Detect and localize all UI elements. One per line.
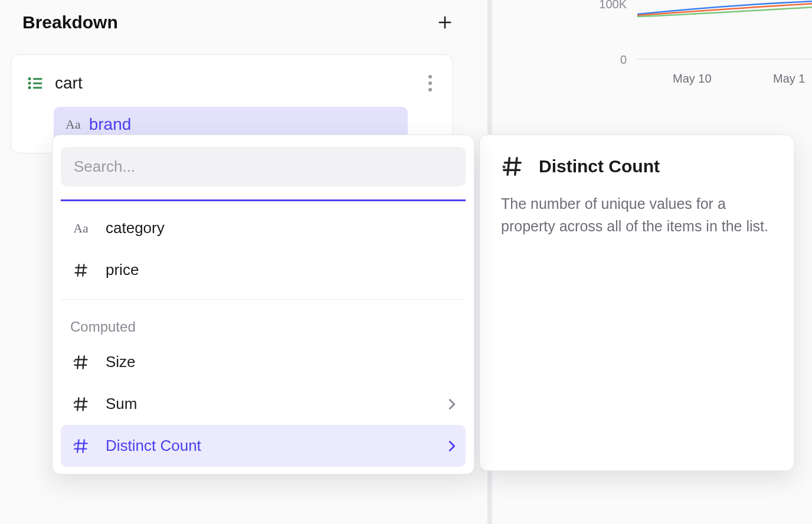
chevron-right-icon xyxy=(448,398,456,410)
property-dropdown: Aa category price Computed Size Sum xyxy=(52,135,474,474)
computed-option-label: Size xyxy=(106,353,456,371)
search-input[interactable] xyxy=(61,147,466,186)
chevron-right-icon xyxy=(448,440,456,452)
computed-section-label: Computed xyxy=(61,308,466,341)
computed-option-label: Distinct Count xyxy=(106,437,434,455)
property-option-label: price xyxy=(106,261,456,279)
breakdown-kebab-menu[interactable] xyxy=(423,70,437,96)
svg-point-4 xyxy=(28,86,31,89)
breakdown-field-name: cart xyxy=(55,74,412,93)
breakdown-field-row[interactable]: cart xyxy=(24,66,440,101)
accent-divider xyxy=(61,199,466,201)
breakdown-header: Breakdown xyxy=(22,12,459,33)
tooltip-description: The number of unique values for a proper… xyxy=(501,193,772,237)
x-tick-label: May 1 xyxy=(773,72,805,86)
computed-option-size[interactable]: Size xyxy=(61,341,466,383)
hash-star-icon xyxy=(70,354,91,371)
computed-option-label: Sum xyxy=(106,395,434,413)
tooltip-panel: Distinct Count The number of unique valu… xyxy=(479,135,794,471)
svg-rect-1 xyxy=(33,78,42,80)
property-option-category[interactable]: Aa category xyxy=(61,207,466,249)
text-type-icon: Aa xyxy=(73,221,89,236)
hash-star-icon xyxy=(501,155,523,178)
svg-rect-5 xyxy=(33,87,42,89)
svg-point-0 xyxy=(28,77,31,80)
list-icon xyxy=(27,74,44,92)
computed-option-sum[interactable]: Sum xyxy=(61,383,466,425)
hash-star-icon xyxy=(70,438,91,454)
hash-star-icon xyxy=(70,396,91,412)
number-type-icon xyxy=(70,263,91,278)
property-option-price[interactable]: price xyxy=(61,249,466,291)
computed-option-distinct-count[interactable]: Distinct Count xyxy=(61,425,466,467)
y-tick-label: 100K xyxy=(591,0,627,11)
property-option-label: category xyxy=(106,219,456,237)
chart-preview: 100K 0 May 10 May 1 xyxy=(590,0,812,92)
plus-icon xyxy=(437,14,453,31)
svg-point-2 xyxy=(28,82,31,85)
add-breakdown-button[interactable] xyxy=(431,12,459,33)
section-divider xyxy=(61,299,466,300)
breakdown-title: Breakdown xyxy=(22,12,118,32)
tooltip-title: Distinct Count xyxy=(539,156,660,176)
x-tick-label: May 10 xyxy=(673,72,712,86)
breakdown-subfield-label: brand xyxy=(89,115,132,134)
svg-rect-3 xyxy=(33,83,42,84)
y-tick-label: 0 xyxy=(591,53,627,67)
text-type-icon: Aa xyxy=(66,117,81,132)
chart-lines xyxy=(637,0,812,68)
